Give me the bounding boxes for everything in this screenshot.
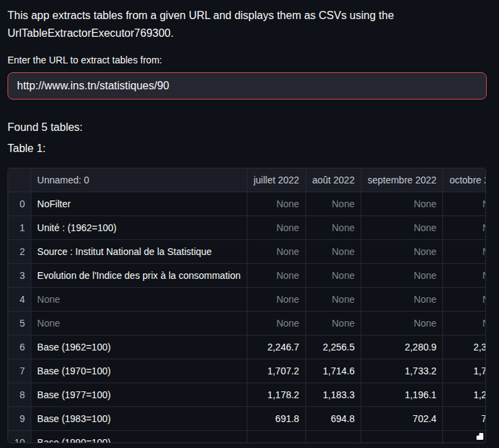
table-cell[interactable]: 694.8 — [305, 406, 361, 430]
table-cell[interactable]: 1,178.2 — [247, 383, 305, 406]
column-header[interactable]: Unnamed: 0 — [31, 168, 247, 192]
table-cell[interactable]: Base (1983=100) — [31, 406, 247, 430]
table-cell[interactable]: None — [443, 263, 486, 287]
table-cell[interactable]: 2,246.7 — [247, 335, 305, 359]
table-header-row: Unnamed: 0juillet 2022août 2022septembre… — [8, 168, 486, 192]
table-cell[interactable]: None — [361, 215, 443, 239]
table-cell[interactable]: 1,196.1 — [361, 383, 443, 406]
row-index-cell[interactable]: 8 — [8, 383, 31, 406]
table-cell[interactable]: None — [443, 215, 486, 239]
column-header[interactable]: août 2022 — [305, 168, 361, 192]
table-cell[interactable]: None — [305, 311, 361, 335]
table-cell[interactable] — [305, 430, 361, 443]
table-row: 6Base (1962=100)2,246.72,256.52,280.92,3… — [8, 335, 486, 359]
row-index-cell[interactable]: 0 — [8, 192, 31, 215]
table-cell[interactable]: None — [305, 287, 361, 311]
table-row: 8Base (1977=100)1,178.21,183.31,196.11,2… — [8, 383, 486, 406]
table-cell[interactable]: 2,280.9 — [361, 335, 443, 359]
table-cell[interactable]: Unité : (1962=100) — [31, 215, 247, 239]
table-cell[interactable]: None — [247, 192, 305, 215]
row-index-cell[interactable]: 7 — [8, 359, 31, 383]
column-header[interactable]: septembre 2022 — [361, 168, 443, 192]
row-index-cell[interactable]: 10 — [8, 430, 31, 443]
table-cell[interactable]: None — [305, 239, 361, 263]
column-header[interactable]: juillet 2022 — [247, 168, 305, 192]
table-cell[interactable]: None — [247, 239, 305, 263]
table-cell[interactable]: None — [247, 311, 305, 335]
dataframe[interactable]: Unnamed: 0juillet 2022août 2022septembre… — [7, 168, 486, 443]
table-cell[interactable]: Base (1962=100) — [31, 335, 247, 359]
row-index-cell[interactable]: 1 — [8, 215, 31, 239]
table-cell[interactable]: None — [305, 263, 361, 287]
found-tables-text: Found 5 tables: — [7, 121, 488, 134]
table-cell[interactable]: Base (1977=100) — [31, 383, 247, 406]
table-cell[interactable]: NoFilter — [31, 192, 247, 215]
table-cell[interactable]: 1,751.3 — [443, 359, 486, 383]
table-row: 5NoneNoneNoneNoneNone — [8, 311, 486, 335]
row-index-cell[interactable]: 4 — [8, 287, 31, 311]
table-cell[interactable]: 1,733.2 — [361, 359, 443, 383]
table-cell[interactable]: None — [443, 192, 486, 215]
table-title: Table 1: — [7, 142, 488, 155]
table-cell[interactable]: None — [443, 311, 486, 335]
table-row: 2Source : Institut National de la Statis… — [8, 239, 486, 263]
table-cell[interactable]: Source : Institut National de la Statist… — [31, 239, 247, 263]
url-input-label: Enter the URL to extract tables from: — [7, 55, 488, 66]
table-cell[interactable]: None — [443, 239, 486, 263]
table-cell[interactable]: 702.4 — [361, 406, 443, 430]
column-header[interactable] — [8, 168, 31, 192]
table-row: 10Base (1990=100) — [8, 430, 486, 443]
table-cell[interactable]: None — [361, 239, 443, 263]
table-row: 0NoFilterNoneNoneNoneNone — [8, 192, 486, 215]
table-cell[interactable]: None — [361, 311, 443, 335]
table-cell[interactable]: 2,256.5 — [305, 335, 361, 359]
table-cell[interactable]: None — [443, 287, 486, 311]
table-cell[interactable]: 1,208.6 — [443, 383, 486, 406]
data-table: Unnamed: 0juillet 2022août 2022septembre… — [8, 168, 486, 443]
table-cell[interactable] — [361, 430, 443, 443]
table-cell[interactable]: None — [247, 215, 305, 239]
table-cell[interactable]: None — [31, 287, 247, 311]
table-row: 4NoneNoneNoneNoneNone — [8, 287, 486, 311]
table-cell[interactable]: None — [361, 192, 443, 215]
table-cell[interactable]: 1,183.3 — [305, 383, 361, 406]
table-cell[interactable]: None — [31, 311, 247, 335]
app-page: This app extracts tables from a given UR… — [0, 0, 499, 443]
table-row: 1Unité : (1962=100)NoneNoneNoneNone — [8, 215, 486, 239]
row-index-cell[interactable]: 5 — [8, 311, 31, 335]
table-cell[interactable]: None — [305, 192, 361, 215]
row-index-cell[interactable]: 3 — [8, 263, 31, 287]
table-cell[interactable]: Base (1990=100) — [31, 430, 247, 443]
table-cell[interactable]: Base (1970=100) — [31, 359, 247, 383]
url-input[interactable] — [7, 72, 487, 100]
column-header[interactable]: octobre 2022 — [443, 168, 486, 192]
table-cell[interactable] — [247, 430, 305, 443]
table-row: 7Base (1970=100)1,707.21,714.61,733.21,7… — [8, 359, 486, 383]
resize-handle-icon[interactable] — [477, 433, 483, 440]
table-cell[interactable]: 691.8 — [247, 406, 305, 430]
table-cell[interactable]: None — [361, 287, 443, 311]
table-cell[interactable]: None — [305, 215, 361, 239]
table-cell[interactable]: None — [247, 287, 305, 311]
table-cell[interactable]: None — [247, 263, 305, 287]
row-index-cell[interactable]: 9 — [8, 406, 31, 430]
table-cell[interactable]: 1,714.6 — [305, 359, 361, 383]
table-cell[interactable]: None — [361, 263, 443, 287]
table-cell[interactable]: 2,304.7 — [443, 335, 486, 359]
table-cell[interactable]: 1,707.2 — [247, 359, 305, 383]
table-cell[interactable]: 709.7 — [443, 406, 486, 430]
app-description: This app extracts tables from a given UR… — [7, 7, 488, 42]
table-cell[interactable]: Evolution de l'Indice des prix à la cons… — [31, 263, 247, 287]
row-index-cell[interactable]: 2 — [8, 239, 31, 263]
table-row: 3Evolution de l'Indice des prix à la con… — [8, 263, 486, 287]
row-index-cell[interactable]: 6 — [8, 335, 31, 359]
table-row: 9Base (1983=100)691.8694.8702.4709.7 — [8, 406, 486, 430]
